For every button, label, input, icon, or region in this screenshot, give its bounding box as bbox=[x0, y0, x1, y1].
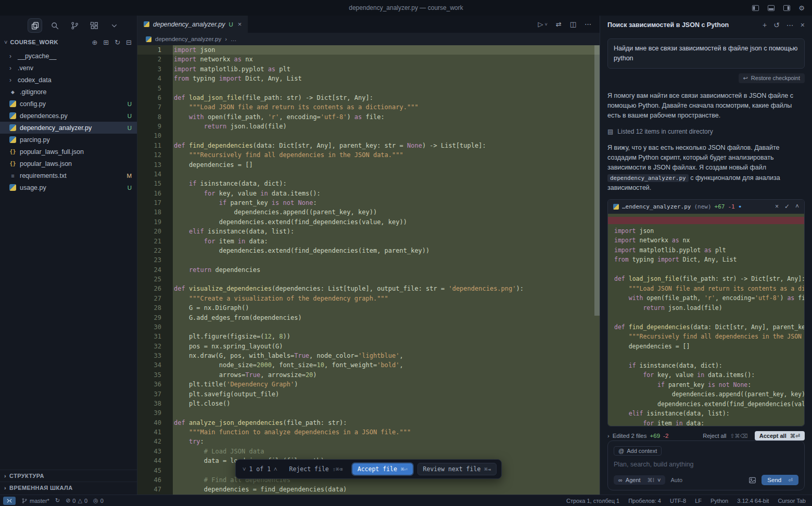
code-line[interactable]: 33 nx.draw(G, pos, with_labels=True, nod… bbox=[137, 351, 600, 360]
send-button[interactable]: Send ⏎ bbox=[762, 475, 798, 485]
cursor-tab-status[interactable]: Cursor Tab bbox=[778, 498, 806, 504]
accept-diff-icon[interactable]: ✓ bbox=[784, 203, 790, 210]
open-changes-icon[interactable]: ⇄ bbox=[556, 20, 562, 28]
code-line[interactable]: 23 bbox=[137, 255, 600, 265]
python-interpreter[interactable]: 3.12.4 64-bit bbox=[737, 498, 769, 504]
code-line[interactable]: 27 """Create a visualization of the depe… bbox=[137, 294, 600, 303]
section-timeline[interactable]: › ВРЕМЕННАЯ ШКАЛА bbox=[0, 482, 137, 494]
tree-item-requirements.txt[interactable]: ≡requirements.txtM bbox=[0, 170, 137, 181]
accept-file-button[interactable]: Accept file ⌘⏎ bbox=[352, 463, 413, 475]
sync-icon[interactable]: ↻ bbox=[55, 497, 60, 504]
close-panel-icon[interactable]: × bbox=[801, 21, 805, 29]
chat-input[interactable] bbox=[614, 461, 798, 468]
next-diff-icon[interactable]: ˄ bbox=[274, 465, 277, 473]
new-folder-icon[interactable]: ⊞ bbox=[103, 38, 109, 46]
run-button[interactable]: ▷ ˅ bbox=[538, 20, 548, 28]
problems-indicator[interactable]: ⊘ 0 △ 0 bbox=[66, 497, 87, 504]
code-line[interactable]: 8 with open(file_path, 'r', encoding='ut… bbox=[137, 112, 600, 122]
code-line[interactable]: 42 try: bbox=[137, 437, 600, 446]
code-line[interactable]: 2import networkx as nx bbox=[137, 55, 600, 64]
code-line[interactable]: 17 if parent_key is not None: bbox=[137, 198, 600, 207]
code-line[interactable]: 35 arrows=True, arrowsize=20) bbox=[137, 370, 600, 380]
settings-gear-icon[interactable]: ⚙ bbox=[798, 5, 805, 11]
code-line[interactable]: 37 plt.savefig(output_file) bbox=[137, 390, 600, 399]
code-line[interactable]: 32 pos = nx.spring_layout(G) bbox=[137, 342, 600, 351]
model-selector[interactable]: Auto bbox=[670, 477, 682, 483]
chat-composer[interactable]: @ Add context ∞ Agent ⌘I ˅ Auto bbox=[607, 440, 805, 490]
code-line[interactable]: 11def find_dependencies(data: Dict[str, … bbox=[137, 141, 600, 150]
code-line[interactable]: 14 bbox=[137, 170, 600, 179]
language-mode[interactable]: Python bbox=[710, 498, 728, 504]
tree-item-dependency_analyzer.py[interactable]: dependency_analyzer.pyU bbox=[0, 122, 137, 134]
code-line[interactable]: 15 if isinstance(data, dict): bbox=[137, 179, 600, 188]
code-line[interactable]: 5 bbox=[137, 84, 600, 93]
code-line[interactable]: 9 return json.load(file) bbox=[137, 122, 600, 131]
tree-item-dependences.py[interactable]: dependences.pyU bbox=[0, 110, 137, 122]
code-line[interactable]: 19 dependencies.extend(find_dependencies… bbox=[137, 217, 600, 227]
restore-checkpoint-button[interactable]: ↩ Restore checkpoint bbox=[739, 73, 805, 83]
extensions-icon[interactable] bbox=[87, 19, 101, 32]
more-icon[interactable]: ⋯ bbox=[786, 21, 794, 29]
tree-item-__pycache__[interactable]: ›__pycache__ bbox=[0, 50, 137, 62]
breadcrumb[interactable]: dependency_analyzer.py › … bbox=[137, 33, 600, 45]
code-line[interactable]: 31 plt.figure(figsize=(12, 8)) bbox=[137, 332, 600, 341]
close-tab-icon[interactable]: × bbox=[238, 20, 242, 28]
chevron-right-icon[interactable]: › bbox=[607, 433, 610, 439]
cursor-position[interactable]: Строка 1, столбец 1 bbox=[566, 498, 619, 504]
new-chat-icon[interactable]: + bbox=[763, 21, 767, 29]
code-line[interactable]: 18 dependencies.append((parent_key, key)… bbox=[137, 207, 600, 217]
prev-diff-icon[interactable]: ˅ bbox=[243, 465, 246, 473]
breadcrumb-file[interactable]: dependency_analyzer.py bbox=[155, 36, 221, 42]
reject-file-button[interactable]: Reject file ⇧⌘⌫ bbox=[284, 463, 348, 475]
attach-image-icon[interactable] bbox=[748, 476, 756, 484]
code-line[interactable]: 40def analyze_json_dependencies(file_pat… bbox=[137, 418, 600, 427]
explorer-icon[interactable] bbox=[28, 19, 42, 32]
tool-call-note[interactable]: ▤ Listed 12 items in current directory bbox=[607, 128, 805, 135]
more-views-chevron-icon[interactable] bbox=[107, 19, 121, 32]
tree-item-usage.py[interactable]: usage.pyU bbox=[0, 181, 137, 193]
history-icon[interactable]: ↺ bbox=[773, 21, 780, 29]
code-line[interactable]: 41 """Main function to analyze dependenc… bbox=[137, 427, 600, 437]
more-actions-icon[interactable]: ⋯ bbox=[585, 20, 591, 28]
toggle-panel-icon[interactable] bbox=[767, 4, 775, 12]
code-line[interactable]: 26def visualize_dependencies(dependencie… bbox=[137, 284, 600, 293]
collapse-all-icon[interactable]: ⊟ bbox=[126, 38, 132, 46]
code-line[interactable]: 34 node_size=2000, font_size=10, font_we… bbox=[137, 360, 600, 370]
code-line[interactable]: 12 """Recursively find all dependencies … bbox=[137, 150, 600, 160]
ports-indicator[interactable]: ◎ 0 bbox=[93, 497, 104, 504]
editor-scrollbar[interactable] bbox=[594, 45, 600, 316]
code-line[interactable]: 21 for item in data: bbox=[137, 237, 600, 246]
toggle-secondary-sidebar-icon[interactable] bbox=[783, 4, 791, 12]
tree-item-popular_laws.json[interactable]: {}popular_laws.json bbox=[0, 158, 137, 170]
refresh-icon[interactable]: ↻ bbox=[115, 38, 120, 46]
code-line[interactable]: 20 elif isinstance(data, list): bbox=[137, 227, 600, 236]
code-line[interactable]: 24 return dependencies bbox=[137, 265, 600, 275]
tree-item-.venv[interactable]: ›.venv bbox=[0, 62, 137, 74]
explorer-header[interactable]: ˅ COURSE_WORK ⊕ ⊞ ↻ ⊟ bbox=[0, 35, 137, 49]
reject-diff-icon[interactable]: × bbox=[775, 203, 779, 210]
indentation[interactable]: Пробелов: 4 bbox=[628, 498, 661, 504]
collapse-diff-icon[interactable]: ˄ bbox=[795, 203, 799, 210]
tree-item-.gitignore[interactable]: ◆.gitignore bbox=[0, 86, 137, 98]
code-line[interactable]: 47 dependencies = find_dependencies(data… bbox=[137, 485, 600, 494]
remote-indicator[interactable] bbox=[3, 497, 16, 505]
diff-card[interactable]: …endency_analyzer.py (new) +67 -1 • × ✓ … bbox=[607, 199, 805, 427]
code-editor[interactable]: 1import json2import networkx as nx3impor… bbox=[137, 45, 600, 495]
tree-item-popular_laws_full.json[interactable]: {}popular_laws_full.json bbox=[0, 146, 137, 158]
source-control-icon[interactable] bbox=[68, 19, 81, 32]
code-line[interactable]: 1import json bbox=[137, 45, 600, 55]
code-line[interactable]: 25 bbox=[137, 275, 600, 284]
code-line[interactable]: 36 plt.title('Dependency Graph') bbox=[137, 380, 600, 389]
split-editor-icon[interactable]: ◫ bbox=[570, 20, 576, 28]
code-line[interactable]: 22 dependencies.extend(find_dependencies… bbox=[137, 246, 600, 255]
code-line[interactable]: 10 bbox=[137, 131, 600, 140]
diff-card-header[interactable]: …endency_analyzer.py (new) +67 -1 • × ✓ … bbox=[608, 200, 804, 214]
code-line[interactable]: 43 # Load JSON data bbox=[137, 447, 600, 456]
search-icon[interactable] bbox=[48, 19, 61, 32]
code-line[interactable]: 6def load_json_file(file_path: str) -> D… bbox=[137, 93, 600, 102]
toggle-sidebar-icon[interactable] bbox=[752, 4, 759, 12]
new-file-icon[interactable]: ⊕ bbox=[92, 38, 97, 46]
eol-sequence[interactable]: LF bbox=[695, 498, 702, 504]
agent-mode-selector[interactable]: ∞ Agent ⌘I ˅ bbox=[614, 475, 665, 485]
code-line[interactable]: 7 """Load JSON file and return its conte… bbox=[137, 102, 600, 112]
